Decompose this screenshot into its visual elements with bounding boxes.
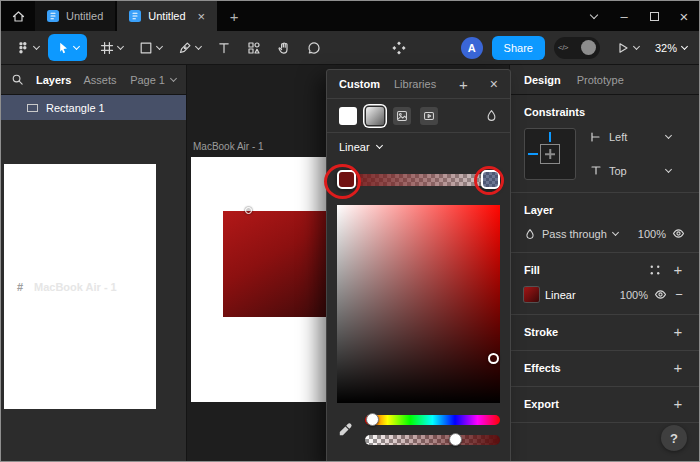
gradient-handle[interactable] [245,207,252,214]
tab-untitled-1[interactable]: Untitled [35,1,115,31]
shape-tool-button[interactable] [132,31,169,65]
export-section: Export + [510,387,699,423]
gradient-fill-option[interactable] [366,107,384,125]
chevron-down-icon [665,166,672,173]
remove-fill-button[interactable]: − [673,290,685,300]
eyedropper-icon[interactable] [337,422,353,438]
frame-macbook-air[interactable] [191,157,343,402]
page-selector[interactable]: Page 1 [130,74,176,86]
horizontal-constraint-dropdown[interactable]: Left [590,131,685,143]
close-picker-button[interactable]: × [490,76,498,92]
hand-tool-button[interactable] [270,31,298,65]
chevron-down-icon [33,42,40,49]
saturation-value-area[interactable] [337,205,500,403]
tab-libraries[interactable]: Libraries [394,78,436,90]
opacity-slider[interactable] [365,435,500,445]
present-button[interactable] [609,31,646,65]
constraint-h-label: Left [609,131,627,143]
minimize-button[interactable]: – [609,1,639,31]
constraint-top-tick[interactable] [549,132,551,142]
add-export-button[interactable]: + [671,399,685,409]
tab-assets[interactable]: Assets [83,74,116,86]
zoom-menu[interactable]: 32% [655,42,687,54]
dev-mode-toggle[interactable]: </> [554,37,600,59]
new-tab-button[interactable]: + [219,1,249,31]
vertical-constraint-dropdown[interactable]: Top [590,165,685,177]
fill-color-swatch[interactable] [524,287,539,302]
pen-tool-button[interactable] [171,31,208,65]
solid-fill-option[interactable] [339,107,357,125]
image-fill-option[interactable] [393,107,411,125]
avatar[interactable]: A [461,37,483,59]
component-indicator-icon[interactable] [391,40,407,56]
move-tool-button[interactable] [48,34,87,61]
maximize-button[interactable] [639,1,669,31]
add-fill-button[interactable]: + [671,265,685,275]
constraint-left-tick[interactable] [528,153,538,155]
align-top-icon [590,165,602,177]
zoom-level: 32% [655,42,677,54]
fill-type-row [327,99,510,133]
constraint-v-label: Top [609,165,627,177]
chevron-down-icon [681,42,688,49]
layer-row-rectangle[interactable]: Rectangle 1 [1,95,186,120]
search-icon[interactable] [11,73,24,86]
tab-close-icon[interactable]: × [198,10,206,23]
styles-icon[interactable] [649,264,661,276]
constraints-widget[interactable] [524,128,576,180]
visibility-eye-icon[interactable] [654,288,667,301]
tab-design[interactable]: Design [524,74,561,86]
gradient-type-dropdown[interactable]: Linear [327,133,510,161]
add-effect-button[interactable]: + [671,363,685,373]
resources-button[interactable] [240,31,268,65]
image-icon [396,110,408,122]
layer-opacity-value[interactable]: 100% [638,228,666,240]
hue-slider[interactable] [365,415,500,425]
tab-untitled-2[interactable]: Untitled × [117,1,217,31]
home-button[interactable] [1,1,35,31]
tab-layers[interactable]: Layers [36,74,71,86]
main-menu-button[interactable] [9,31,46,65]
blend-mode-dropdown[interactable]: Pass through [542,228,607,240]
figma-logo-icon [16,41,30,55]
opacity-knob[interactable] [449,433,462,446]
fill-opacity-value[interactable]: 100% [620,289,648,301]
hue-knob[interactable] [366,413,379,426]
color-cursor[interactable] [488,353,499,364]
add-stroke-button[interactable]: + [671,327,685,337]
blend-droplet-icon[interactable] [485,109,498,122]
toggle-knob [581,40,596,55]
text-tool-button[interactable] [210,31,238,65]
toolbar: A Share </> 32% [1,31,699,65]
add-color-style-button[interactable]: + [459,76,468,93]
tab-custom[interactable]: Custom [339,78,380,90]
chevron-down-icon [156,42,163,49]
section-title: Effects [524,362,561,374]
chevron-down-icon [117,42,124,49]
tab-prototype[interactable]: Prototype [577,74,624,86]
fill-type-label[interactable]: Linear [545,289,576,301]
code-icon: </> [558,43,568,52]
window-tab-bar: Untitled Untitled × + – × [1,1,699,31]
share-button[interactable]: Share [492,36,545,60]
gradient-stop-start[interactable] [337,170,356,189]
comment-tool-button[interactable] [300,31,328,65]
frame-title[interactable]: MacBook Air - 1 [193,141,264,152]
move-cursor-icon [56,41,70,55]
section-title: Export [524,398,559,410]
video-fill-option[interactable] [420,107,438,125]
close-window-button[interactable]: × [669,1,699,31]
window-menu-button[interactable] [579,1,609,31]
gradient-type-label: Linear [339,141,370,153]
chevron-down-icon [195,42,202,49]
color-picker-panel: Custom Libraries + × Linear [326,69,511,462]
frame-tool-button[interactable] [93,31,130,65]
layer-row-frame[interactable]: # MacBook Air - 1 [4,164,156,409]
help-button[interactable]: ? [661,425,687,451]
gradient-stop-end[interactable] [481,170,500,189]
gradient-bar[interactable] [339,174,498,186]
left-sidebar-header: Layers Assets Page 1 [1,65,186,95]
visibility-eye-icon[interactable] [672,227,685,240]
tab-label: Untitled [148,10,185,22]
layer-name: Rectangle 1 [46,102,105,114]
